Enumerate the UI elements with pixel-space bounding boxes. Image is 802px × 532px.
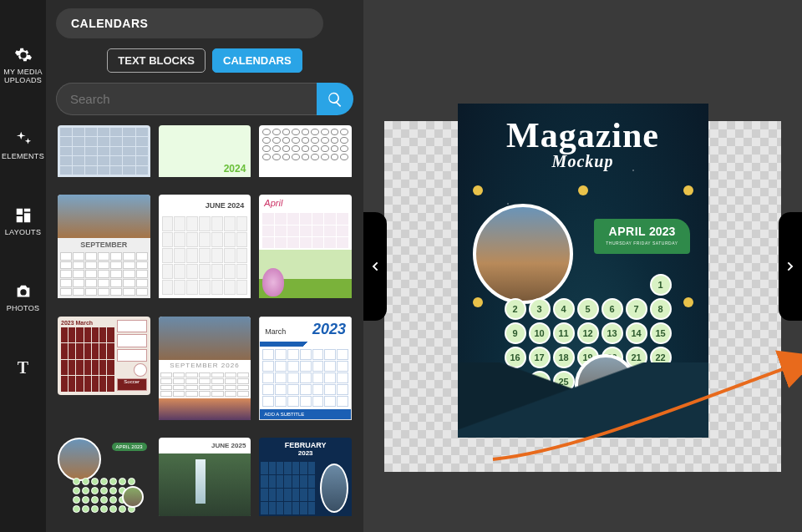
tab-calendars[interactable]: CALENDARS <box>212 48 302 73</box>
app-root: MY MEDIA UPLOADS ELEMENTS LAYOUTS PHOTOS… <box>0 0 802 532</box>
search-row <box>56 83 353 115</box>
calendar-thumb[interactable]: SEPTEMBER 2026 <box>159 317 251 423</box>
rail-label: ELEMENTS <box>2 152 44 160</box>
rail-label: PHOTOS <box>7 304 40 312</box>
date-cell[interactable]: 6 <box>602 298 623 320</box>
tool-rail: MY MEDIA UPLOADS ELEMENTS LAYOUTS PHOTOS… <box>0 0 46 532</box>
rail-item-layouts[interactable]: LAYOUTS <box>0 206 46 236</box>
gears-icon <box>14 46 33 64</box>
mountain-silhouette <box>458 362 708 438</box>
calendar-thumb-selected[interactable]: APRIL 2023 <box>58 438 150 519</box>
calendar-thumb[interactable] <box>159 125 251 180</box>
date-cell[interactable]: 14 <box>626 322 647 344</box>
calendar-thumb[interactable] <box>58 125 150 180</box>
thumb-caption: SEPTEMBER 2026 <box>159 360 251 371</box>
selection-handle[interactable] <box>683 297 693 307</box>
selection-handle[interactable] <box>473 297 483 307</box>
layouts-icon <box>14 206 33 225</box>
breadcrumb: CALENDARS <box>56 8 323 38</box>
thumb-caption: FEBRUARY <box>285 441 327 449</box>
canvas-area: Magazine Mockup APRIL2023 THURSDAY FRIDA… <box>363 0 802 532</box>
tab-text-blocks[interactable]: TEXT BLOCKS <box>107 48 206 73</box>
search-button[interactable] <box>317 83 353 115</box>
calendar-thumb[interactable]: JUNE 2024 <box>159 195 251 301</box>
thumb-caption: SEPTEMBER <box>58 238 150 250</box>
rail-item-text[interactable]: T <box>0 358 46 380</box>
date-cell[interactable]: 10 <box>529 322 551 344</box>
weekday-hint: THURSDAY FRIDAY SATURDAY <box>606 241 678 246</box>
rail-label: LAYOUTS <box>5 228 41 236</box>
calendar-thumb[interactable]: 2023 MarchSoccer <box>58 317 150 395</box>
search-input[interactable] <box>56 83 317 115</box>
template-grid: SEPTEMBER JUNE 2024 April 2023 MarchSocc… <box>56 122 353 532</box>
month-label: APRIL <box>609 225 647 238</box>
calendar-thumb[interactable]: SEPTEMBER <box>58 195 150 301</box>
date-cell[interactable]: 7 <box>626 298 647 320</box>
month-badge[interactable]: APRIL2023 THURSDAY FRIDAY SATURDAY <box>594 219 689 254</box>
thumb-caption: April <box>259 195 352 211</box>
panel-collapse-right[interactable] <box>779 212 802 321</box>
rail-item-elements[interactable]: ELEMENTS <box>0 130 46 160</box>
thumb-caption: JUNE 2025 <box>159 438 251 453</box>
rail-item-uploads[interactable]: MY MEDIA UPLOADS <box>0 46 46 84</box>
date-cell[interactable]: 12 <box>577 322 599 344</box>
thumb-caption: ADD A SUBTITLE <box>260 409 351 419</box>
selection-handle[interactable] <box>473 185 483 195</box>
thumb-caption: APRIL 2023 <box>112 443 147 451</box>
rail-label: MY MEDIA UPLOADS <box>0 68 46 84</box>
year-label: 2023 <box>649 225 675 238</box>
date-cell[interactable]: 3 <box>529 298 551 320</box>
date-cell[interactable]: 9 <box>505 322 526 344</box>
calendar-thumb[interactable] <box>259 125 352 180</box>
selection-handle[interactable] <box>683 185 693 195</box>
selection-handle[interactable] <box>578 185 588 195</box>
calendar-thumb[interactable]: FEBRUARY2023 <box>259 438 352 519</box>
camera-icon <box>14 282 33 301</box>
text-icon: T <box>14 358 33 377</box>
date-cell[interactable]: 5 <box>577 298 599 320</box>
date-cell[interactable]: 4 <box>553 298 575 320</box>
panel-collapse-left[interactable] <box>363 212 387 321</box>
soccer-icon <box>134 363 147 377</box>
calendar-thumb[interactable]: March2023ADD A SUBTITLE <box>259 317 352 423</box>
thumb-caption: March <box>265 327 286 336</box>
thumb-caption: JUNE 2024 <box>159 195 251 213</box>
thumb-caption: 2023 <box>262 449 348 457</box>
calendar-thumb[interactable]: April <box>259 195 352 301</box>
date-cell[interactable]: 1 <box>650 274 672 296</box>
date-cell[interactable]: 2 <box>505 298 526 320</box>
sparkle-icon <box>14 130 33 149</box>
thumb-caption: 2023 March <box>61 320 114 326</box>
panel-tabs: TEXT BLOCKS CALENDARS <box>56 48 353 73</box>
arrow-left-icon <box>368 260 382 273</box>
calendar-thumb[interactable]: JUNE 2025 <box>159 438 251 519</box>
date-cell[interactable]: 8 <box>650 298 672 320</box>
rail-item-photos[interactable]: PHOTOS <box>0 282 46 312</box>
date-cell[interactable]: 15 <box>650 322 672 344</box>
thumb-caption: Soccer <box>117 378 147 392</box>
asset-panel: CALENDARS TEXT BLOCKS CALENDARS SEPTEMBE… <box>46 0 363 532</box>
arrow-right-icon <box>784 260 797 273</box>
design-page[interactable]: Magazine Mockup APRIL2023 THURSDAY FRIDA… <box>458 104 708 438</box>
date-cell[interactable]: 13 <box>602 322 623 344</box>
date-cell[interactable]: 11 <box>553 322 575 344</box>
thumb-caption: 2023 <box>312 321 346 338</box>
search-icon <box>327 91 343 108</box>
